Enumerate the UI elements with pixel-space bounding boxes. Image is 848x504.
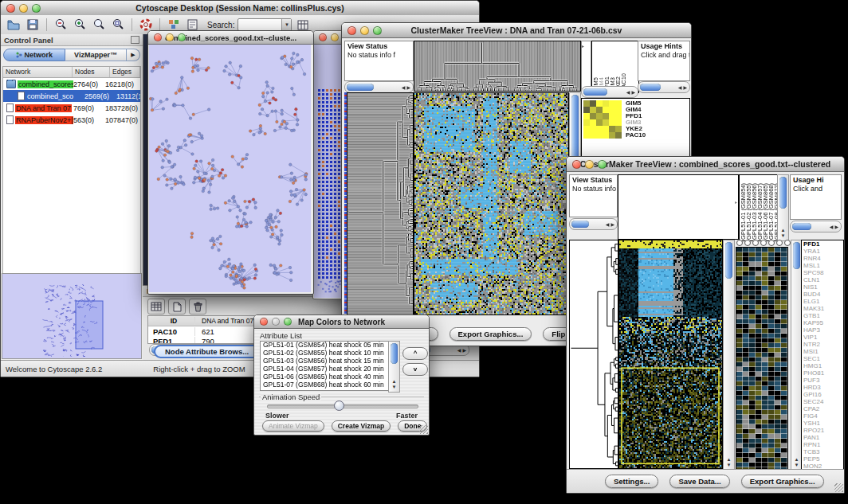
tv2-column-labels-vscrollbar[interactable]: ▲▼ <box>777 174 789 241</box>
tab-vizmapper[interactable]: VizMapper™ <box>65 49 127 61</box>
resize-grip[interactable] <box>834 483 843 492</box>
tv2-row-dendrogram[interactable] <box>569 240 618 469</box>
tv2-zoom-heatmap[interactable] <box>736 247 788 470</box>
network-overview-canvas[interactable] <box>2 274 141 357</box>
tv2-column-labels[interactable]: GPL51-01 (GSM854)GPL51-02 (GSM855)GPL51-… <box>739 174 779 241</box>
tv1-export-graphics-button[interactable]: Export Graphics... <box>450 327 532 341</box>
close-button[interactable] <box>260 318 268 326</box>
attribute-list-item[interactable]: GPL51-07 (GSM868) heat shock 60 min <box>263 381 391 389</box>
minimize-button[interactable] <box>166 33 174 41</box>
slider-thumb[interactable] <box>334 400 344 411</box>
treeview2-titlebar[interactable]: ClusterMaker TreeView : combined_scores_… <box>567 157 844 172</box>
gene-label[interactable]: NIS1 <box>803 283 843 291</box>
network-view-1-canvas[interactable] <box>149 45 311 292</box>
tv1-row-dendrogram[interactable] <box>347 92 414 315</box>
gene-label[interactable]: KAP95 <box>803 319 843 326</box>
move-down-button[interactable]: v <box>402 363 428 376</box>
search-input[interactable]: ▼ <box>238 18 292 31</box>
close-button[interactable] <box>347 26 356 35</box>
tv2-global-heatmap[interactable] <box>618 240 723 469</box>
minimize-button[interactable] <box>331 33 339 41</box>
tv1-matrix-hscrollbar[interactable]: ◀▶ <box>581 86 638 98</box>
resize-grip[interactable] <box>419 425 428 434</box>
gene-label[interactable]: MSL1 <box>803 262 843 269</box>
gene-label[interactable]: RNR4 <box>803 255 843 262</box>
save-session-button[interactable] <box>25 18 41 32</box>
gene-label[interactable]: ELG1 <box>803 298 843 305</box>
gene-label[interactable]: CPA2 <box>803 405 843 412</box>
attribute-list-vscrollbar[interactable]: ▲▼ <box>388 341 400 393</box>
dialog-button[interactable]: Animate Vizmap <box>262 420 324 432</box>
network-table-row[interactable]: DNA and Tran 07 769(0) 183728(0) <box>3 102 140 114</box>
select-attributes-button[interactable] <box>147 299 165 315</box>
gene-label[interactable]: SEC24 <box>803 398 843 405</box>
gene-label[interactable]: PUF3 <box>803 377 843 384</box>
tv1-column-dendrogram[interactable] <box>414 41 581 92</box>
delete-attribute-button[interactable] <box>189 299 206 315</box>
zoom-button[interactable] <box>373 26 382 35</box>
network-table-row[interactable]: combined_sco 2569(6) 13112(15) <box>3 90 140 102</box>
minimize-button[interactable] <box>272 318 280 326</box>
open-session-button[interactable] <box>6 18 22 32</box>
gene-label[interactable]: FIG4 <box>803 412 843 420</box>
gene-label[interactable]: PEP5 <box>803 455 843 463</box>
gene-label[interactable]: CLN1 <box>803 276 843 283</box>
float-panel-icon[interactable] <box>131 36 139 44</box>
gene-label[interactable]: RPN1 <box>803 441 843 448</box>
network-table-row[interactable]: combined_scores 2764(0) 16218(0) <box>3 78 140 90</box>
gene-label[interactable]: PAC10 <box>626 132 646 139</box>
gene-label[interactable]: GTB1 <box>803 312 843 319</box>
tv1-usage-hscrollbar[interactable]: ◀▶ <box>638 81 690 93</box>
search-dropdown-arrow[interactable]: ▼ <box>281 19 291 30</box>
gene-label[interactable]: VIP1 <box>803 334 843 341</box>
gene-label[interactable]: PHO81 <box>803 369 843 377</box>
tv2-gene-list[interactable]: PFD1YRA1RNR4MSL1SPC98CLN1NIS1BUD4ELG1MAK… <box>801 240 844 471</box>
gene-label[interactable]: GPI16 <box>803 391 843 398</box>
gene-label[interactable]: MAK31 <box>803 305 843 312</box>
tv2-usage-hscrollbar[interactable]: ◀▶ <box>790 221 842 232</box>
node-attribute-browser-tab[interactable]: Node Attribute Brows... <box>154 345 260 358</box>
treeview1-titlebar[interactable]: ClusterMaker TreeView : DNA and Tran 07-… <box>342 23 691 38</box>
gene-label[interactable]: MSI1 <box>803 348 843 355</box>
gene-label[interactable]: HMG1 <box>803 362 843 369</box>
gene-label[interactable]: SEC1 <box>803 355 843 362</box>
gene-label[interactable]: YSH1 <box>803 420 843 427</box>
gene-label[interactable]: SPC98 <box>803 269 843 276</box>
gene-label[interactable]: BUD4 <box>803 291 843 298</box>
tv2-status-hscrollbar[interactable]: ◀▶ <box>569 218 618 230</box>
gene-label[interactable]: NTR2 <box>803 341 843 348</box>
dialog-titlebar[interactable]: Map Colors to Network <box>254 315 429 329</box>
tv2-export-graphics-button[interactable]: Export Graphics... <box>741 475 824 488</box>
minimize-button[interactable] <box>360 26 369 35</box>
gene-label[interactable]: PAN1 <box>803 434 843 441</box>
tv2-column-dendrogram-area[interactable]: ▸ <box>618 174 739 240</box>
close-button[interactable] <box>572 160 581 169</box>
close-button[interactable] <box>319 33 327 41</box>
tv1-similarity-matrix[interactable] <box>583 100 622 139</box>
minimize-button[interactable] <box>19 4 28 13</box>
network-table-row[interactable]: RNAPuberNov2+| 563(0) 107847(0) <box>3 114 140 126</box>
dialog-button[interactable]: Create Vizmap <box>332 420 391 432</box>
attribute-listbox[interactable]: GPL51-01 (GSM854) heat shock 05 minGPL51… <box>260 341 391 391</box>
zoom-button[interactable] <box>178 33 186 41</box>
move-up-button[interactable]: ^ <box>402 347 428 360</box>
gene-label[interactable]: YRA1 <box>803 248 843 255</box>
zoom-button[interactable] <box>284 318 292 326</box>
tv2-save-data-button[interactable]: Save Data... <box>669 475 729 488</box>
minimize-button[interactable] <box>585 160 594 169</box>
tab-overflow-arrow[interactable]: ▶ <box>127 49 140 61</box>
gene-label[interactable]: PFD1 <box>803 240 843 248</box>
network-window-1-titlebar[interactable]: combined_scores_good.txt--cluste... <box>148 31 313 45</box>
network-overview-panel[interactable] <box>2 273 142 359</box>
zoom-selected-button[interactable] <box>110 18 126 32</box>
zoom-in-button[interactable] <box>72 18 88 32</box>
tv1-heatmap[interactable] <box>414 92 569 315</box>
main-titlebar[interactable]: Cytoscape Desktop (Session Name: collins… <box>1 1 479 16</box>
zoom-out-button[interactable] <box>53 18 69 32</box>
new-attribute-button[interactable] <box>168 299 186 315</box>
gene-label[interactable]: HAP3 <box>803 326 843 334</box>
close-button[interactable] <box>154 33 162 41</box>
gene-label[interactable]: RPO21 <box>803 427 843 434</box>
tv2-settings-button[interactable]: Settings... <box>605 475 658 488</box>
tv1-status-hscrollbar[interactable]: ◀▶ <box>344 81 414 93</box>
